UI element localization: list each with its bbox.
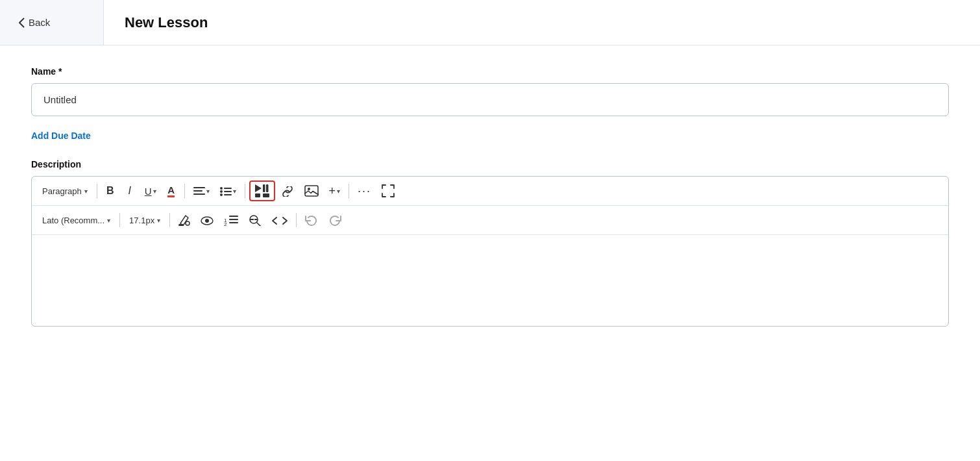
font-family-select[interactable]: Lato (Recomm... ▾ xyxy=(37,210,116,230)
code-icon xyxy=(272,214,288,225)
main-content: Name * Add Due Date Description Paragrap… xyxy=(0,45,980,347)
svg-point-3 xyxy=(220,187,223,190)
bold-button[interactable]: B xyxy=(101,181,119,201)
name-input[interactable] xyxy=(31,83,949,116)
name-field-label: Name * xyxy=(31,66,949,77)
underline-chevron-icon: ▾ xyxy=(153,188,156,195)
divider-5 xyxy=(119,213,120,227)
divider-6 xyxy=(169,213,170,227)
image-button[interactable] xyxy=(300,181,323,201)
search-replace-icon xyxy=(249,214,262,226)
page-title: New Lesson xyxy=(104,14,228,31)
align-chevron-icon: ▾ xyxy=(206,188,210,195)
background-color-button[interactable] xyxy=(174,210,195,230)
add-button[interactable]: + ▾ xyxy=(325,181,345,201)
description-label: Description xyxy=(31,159,949,169)
svg-rect-16 xyxy=(178,224,184,226)
list-button[interactable]: ▾ xyxy=(215,181,241,201)
fullscreen-button[interactable] xyxy=(377,181,399,201)
svg-rect-1 xyxy=(193,190,202,192)
svg-point-17 xyxy=(186,221,190,225)
divider-3 xyxy=(245,184,245,198)
plus-icon: + xyxy=(329,184,336,198)
align-icon xyxy=(193,186,205,196)
svg-text:2: 2 xyxy=(224,221,227,226)
svg-point-7 xyxy=(220,193,223,196)
svg-point-5 xyxy=(220,190,223,193)
ellipsis-icon: ··· xyxy=(358,184,371,198)
divider-4 xyxy=(349,184,349,198)
font-size-label: 17.1px xyxy=(129,216,154,225)
paragraph-format-chevron-icon: ▾ xyxy=(84,188,88,195)
svg-rect-4 xyxy=(224,188,232,189)
text-color-button[interactable]: A xyxy=(162,181,180,201)
image-icon xyxy=(304,185,319,197)
font-size-select[interactable]: 17.1px ▾ xyxy=(124,210,165,230)
font-family-chevron-icon: ▾ xyxy=(107,217,110,224)
font-size-chevron-icon: ▾ xyxy=(157,217,160,224)
svg-rect-23 xyxy=(229,219,238,220)
back-label: Back xyxy=(29,17,50,28)
more-options-button[interactable]: ··· xyxy=(353,181,376,201)
undo-icon xyxy=(305,214,318,226)
svg-marker-9 xyxy=(255,184,262,192)
list-chevron-icon: ▾ xyxy=(233,188,236,195)
divider-2 xyxy=(184,184,185,198)
visibility-button[interactable] xyxy=(196,210,218,230)
paragraph-format-select[interactable]: Paragraph ▾ xyxy=(37,181,93,201)
divider-7 xyxy=(296,213,297,227)
svg-rect-13 xyxy=(263,193,269,197)
svg-rect-14 xyxy=(305,186,318,196)
fullscreen-icon xyxy=(382,184,395,197)
svg-rect-2 xyxy=(193,193,205,195)
back-chevron-icon xyxy=(18,18,25,28)
svg-rect-8 xyxy=(224,194,232,195)
bold-icon: B xyxy=(106,185,114,197)
eye-icon xyxy=(201,215,214,225)
back-button[interactable]: Back xyxy=(0,0,104,45)
svg-rect-12 xyxy=(255,193,260,197)
align-button[interactable]: ▾ xyxy=(189,181,214,201)
redo-icon xyxy=(328,214,341,226)
paragraph-format-label: Paragraph xyxy=(42,186,82,196)
add-due-date-button[interactable]: Add Due Date xyxy=(31,131,91,141)
search-replace-button[interactable] xyxy=(244,210,266,230)
code-view-button[interactable] xyxy=(267,210,292,230)
numbered-list-button[interactable]: 1 2 ³ xyxy=(219,210,243,230)
text-color-icon: A xyxy=(167,184,175,197)
undo-button[interactable] xyxy=(300,210,323,230)
italic-icon: I xyxy=(128,185,130,197)
redo-button[interactable] xyxy=(324,210,346,230)
svg-line-27 xyxy=(257,223,261,226)
list-icon xyxy=(220,186,232,196)
add-chevron-icon: ▾ xyxy=(337,188,340,195)
description-editor: Paragraph ▾ B I U ▾ A xyxy=(31,176,949,327)
svg-rect-24 xyxy=(229,222,238,223)
italic-button[interactable]: I xyxy=(121,181,139,201)
svg-rect-11 xyxy=(266,184,269,192)
link-button[interactable] xyxy=(276,181,299,201)
media-button[interactable] xyxy=(249,181,275,201)
svg-point-15 xyxy=(308,188,310,190)
divider-1 xyxy=(97,184,97,198)
link-icon xyxy=(281,185,294,196)
media-play-pause-icon xyxy=(255,184,269,197)
editor-content-area[interactable] xyxy=(32,235,948,326)
numbered-list-icon: 1 2 ³ xyxy=(224,214,238,225)
svg-rect-6 xyxy=(224,191,232,192)
underline-icon: U xyxy=(145,186,152,197)
font-family-label: Lato (Recomm... xyxy=(42,216,104,225)
underline-button[interactable]: U ▾ xyxy=(140,181,161,201)
header: Back New Lesson xyxy=(0,0,980,45)
svg-point-19 xyxy=(205,219,209,223)
toolbar-row-2: Lato (Recomm... ▾ 17.1px ▾ xyxy=(32,206,948,235)
toolbar-row-1: Paragraph ▾ B I U ▾ A xyxy=(32,177,948,206)
paint-bucket-icon xyxy=(178,214,190,226)
svg-rect-10 xyxy=(263,184,265,192)
svg-rect-0 xyxy=(193,187,205,188)
svg-rect-22 xyxy=(229,216,238,217)
